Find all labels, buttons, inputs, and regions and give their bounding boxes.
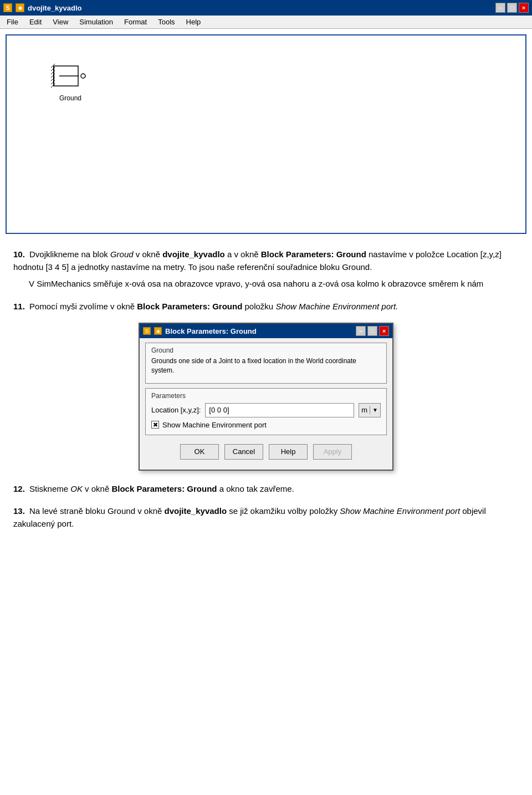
step-13-text2: se již okamžiku volby položky (227, 506, 340, 516)
dialog-icon: S (143, 327, 151, 335)
step-12-para1: 12. Stiskneme OK v okně Block Parameters… (13, 483, 519, 496)
dialog-ground-group: Ground Grounds one side of a Joint to a … (145, 343, 387, 384)
step-12: 12. Stiskneme OK v okně Block Parameters… (13, 483, 519, 496)
step-10-bold1: dvojite_kyvadlo (162, 249, 225, 259)
dialog-icon2: ◉ (154, 327, 162, 335)
dialog-unit-arrow[interactable]: ▼ (370, 406, 380, 414)
maximize-button[interactable]: □ (507, 3, 517, 13)
dialog-unit-selector[interactable]: m ▼ (359, 403, 381, 417)
step-12-bold1: Block Parameters: Ground (111, 484, 217, 493)
step-10-num: 10. (13, 249, 25, 259)
dialog-checkbox-row: ✖ Show Machine Environment port (151, 421, 381, 429)
dialog-close-button[interactable]: × (379, 326, 389, 336)
dialog-ground-description: Grounds one side of a Joint to a fixed l… (151, 356, 381, 375)
step-10-text1: Dvojklikneme na blok (29, 249, 110, 259)
dialog-location-row: Location [x,y,z]: m ▼ (151, 403, 381, 417)
dialog-unit-value: m (359, 405, 370, 415)
menu-view[interactable]: View (48, 17, 73, 27)
step-10-text2: v okně (134, 249, 163, 259)
minimize-button[interactable]: – (495, 3, 505, 13)
step-12-italics1: OK (70, 484, 83, 493)
window-title-bar: S ◉ dvojite_kyvadlo – □ × (0, 0, 532, 16)
dialog-title: Block Parameters: Ground (165, 327, 352, 335)
menu-format[interactable]: Format (120, 17, 151, 27)
dialog-controls: – □ × (356, 326, 389, 336)
step-10-text5: V SimMechanics směřuje x-ová osa na obra… (29, 279, 483, 288)
dialog-buttons: OK Cancel Help Apply (145, 440, 387, 465)
help-button[interactable]: Help (269, 444, 308, 460)
step-10-para2: V SimMechanics směřuje x-ová osa na obra… (29, 278, 519, 291)
dialog-parameters-group: Parameters Location [x,y,z]: m ▼ ✖ S (145, 388, 387, 435)
window-icon: S (3, 3, 12, 12)
dialog-location-label: Location [x,y,z]: (151, 406, 201, 414)
checkbox-check-icon: ✖ (153, 421, 158, 429)
menu-file[interactable]: File (2, 17, 23, 27)
step-11-text1: Pomocí myši zvolíme v okně (29, 302, 137, 311)
step-11: 11. Pomocí myši zvolíme v okně Block Par… (13, 300, 519, 313)
step-13-italics1: Show Machine Environment port (340, 506, 460, 516)
svg-point-10 (81, 74, 85, 78)
ground-block-icon (51, 63, 90, 93)
menu-bar: File Edit View Simulation Format Tools H… (0, 16, 532, 29)
menu-tools[interactable]: Tools (154, 17, 179, 27)
step-12-text3: a okno tak zavřeme. (217, 484, 294, 493)
apply-button[interactable]: Apply (313, 444, 352, 460)
step-13-text1: Na levé straně bloku Ground v okně (29, 506, 164, 516)
dialog-minimize-button[interactable]: – (356, 326, 366, 336)
step-10-bold2: Block Parameters: Ground (261, 249, 366, 259)
dialog-checkbox-label: Show Machine Environment port (162, 421, 267, 429)
step-13-num: 13. (13, 506, 25, 516)
close-button[interactable]: × (519, 3, 529, 13)
step-10-para1: 10. Dvojklikneme na blok Groud v okně dv… (13, 248, 519, 273)
dialog-maximize-button[interactable]: □ (367, 326, 377, 336)
dialog-wrapper: S ◉ Block Parameters: Ground – □ × Groun… (13, 323, 519, 471)
dialog-title-bar: S ◉ Block Parameters: Ground – □ × (140, 324, 392, 338)
dialog-location-input[interactable] (205, 403, 354, 417)
step-12-num: 12. (13, 484, 25, 493)
step-10-text3: a v okně (225, 249, 261, 259)
step-12-text1: Stiskneme (29, 484, 70, 493)
block-parameters-dialog: S ◉ Block Parameters: Ground – □ × Groun… (139, 323, 393, 471)
dialog-ground-title: Ground (151, 346, 381, 354)
window-title: dvojite_kyvadlo (28, 4, 492, 12)
step-13-para1: 13. Na levé straně bloku Ground v okně d… (13, 505, 519, 530)
show-machine-environment-checkbox[interactable]: ✖ (151, 421, 159, 429)
step-11-bold1: Block Parameters: Ground (137, 302, 242, 311)
ok-button[interactable]: OK (180, 444, 219, 460)
cancel-button[interactable]: Cancel (224, 444, 263, 460)
step-12-text2: v okně (83, 484, 112, 493)
dialog-parameters-title: Parameters (151, 392, 381, 400)
step-11-text2: položku (242, 302, 275, 311)
menu-simulation[interactable]: Simulation (75, 17, 117, 27)
ground-block[interactable]: Ground (51, 63, 90, 102)
dialog-body: Ground Grounds one side of a Joint to a … (140, 338, 392, 470)
menu-help[interactable]: Help (182, 17, 206, 27)
menu-edit[interactable]: Edit (25, 17, 46, 27)
step-13-bold1: dvojite_kyvadlo (165, 506, 227, 516)
step-10-italics1: Groud (110, 249, 134, 259)
step-11-italics1: Show Machine Environment port. (275, 302, 398, 311)
simulink-canvas[interactable]: Ground (6, 34, 526, 234)
window-controls: – □ × (495, 3, 529, 13)
window-icon2: ◉ (16, 3, 24, 12)
main-content: 10. Dvojklikneme na blok Groud v okně dv… (0, 239, 532, 549)
ground-block-label: Ground (59, 94, 81, 102)
step-13: 13. Na levé straně bloku Ground v okně d… (13, 505, 519, 530)
step-11-num: 11. (13, 302, 25, 311)
step-10: 10. Dvojklikneme na blok Groud v okně dv… (13, 248, 519, 291)
step-11-para1: 11. Pomocí myši zvolíme v okně Block Par… (13, 300, 519, 313)
